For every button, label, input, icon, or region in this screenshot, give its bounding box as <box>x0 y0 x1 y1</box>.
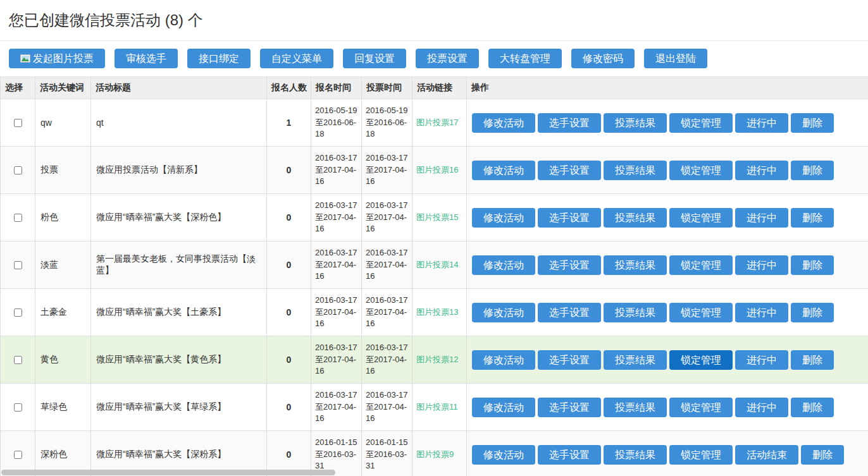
keyword-cell: 淡蓝 <box>35 241 91 289</box>
signup-time-cell: 2016-05-19 至2016-06-18 <box>311 99 362 147</box>
row-checkbox[interactable] <box>14 261 22 269</box>
toolbar-button-8[interactable]: 修改密码 <box>571 49 635 68</box>
status-button[interactable]: 进行中 <box>735 303 788 322</box>
lock-management-button[interactable]: 锁定管理 <box>669 113 733 133</box>
activity-link[interactable]: 图片投票17 <box>416 118 458 127</box>
activity-link[interactable]: 图片投票14 <box>416 260 458 269</box>
player-settings-button[interactable]: 选手设置 <box>538 208 601 228</box>
delete-button[interactable]: 删除 <box>791 255 834 275</box>
activity-link-cell: 图片投票12 <box>412 336 467 384</box>
player-settings-button[interactable]: 选手设置 <box>538 398 601 417</box>
status-button[interactable]: 进行中 <box>735 398 788 417</box>
vote-results-button[interactable]: 投票结果 <box>604 113 667 133</box>
actions-cell: 修改活动选手设置投票结果锁定管理进行中删除 <box>467 147 868 194</box>
vote-results-button[interactable]: 投票结果 <box>604 161 667 180</box>
activity-link[interactable]: 图片投票9 <box>416 449 454 459</box>
status-button[interactable]: 进行中 <box>735 350 788 370</box>
column-header: 活动链接 <box>412 77 467 99</box>
toolbar-button-1[interactable]: 发起图片投票 <box>9 49 105 68</box>
row-checkbox[interactable] <box>14 403 22 412</box>
toolbar-button-5[interactable]: 回复设置 <box>343 49 406 68</box>
edit-activity-button[interactable]: 修改活动 <box>472 303 535 322</box>
player-settings-button[interactable]: 选手设置 <box>538 113 601 133</box>
row-checkbox[interactable] <box>14 308 22 317</box>
player-settings-button[interactable]: 选手设置 <box>538 161 601 180</box>
delete-button[interactable]: 删除 <box>791 398 834 417</box>
row-checkbox[interactable] <box>14 166 22 174</box>
edit-activity-button[interactable]: 修改活动 <box>472 161 535 180</box>
activity-link-cell: 图片投票15 <box>412 194 467 241</box>
vote-results-button[interactable]: 投票结果 <box>604 303 667 322</box>
status-button[interactable]: 活动结束 <box>735 445 798 465</box>
vote-time-cell: 2016-03-17 至2017-04-16 <box>362 289 412 336</box>
edit-activity-button[interactable]: 修改活动 <box>472 398 535 417</box>
lock-management-button[interactable]: 锁定管理 <box>669 161 733 180</box>
toolbar-button-6[interactable]: 投票设置 <box>416 49 479 68</box>
status-button[interactable]: 进行中 <box>735 113 788 133</box>
player-settings-button[interactable]: 选手设置 <box>538 350 601 370</box>
lock-management-button[interactable]: 锁定管理 <box>669 445 733 465</box>
activity-link[interactable]: 图片投票13 <box>416 307 458 317</box>
row-checkbox[interactable] <box>14 451 22 459</box>
status-button[interactable]: 进行中 <box>735 161 788 180</box>
row-checkbox[interactable] <box>14 214 22 222</box>
title-cell: 微应用“晒幸福”赢大奖【黄色系】 <box>91 336 267 384</box>
toolbar-button-2[interactable]: 审核选手 <box>115 49 178 68</box>
title-cell: 微应用投票活动【清新系】 <box>91 147 267 194</box>
keyword-cell: 草绿色 <box>35 384 91 431</box>
lock-management-button[interactable]: 锁定管理 <box>669 398 733 417</box>
vote-results-button[interactable]: 投票结果 <box>604 445 667 465</box>
edit-activity-button[interactable]: 修改活动 <box>472 113 535 133</box>
lock-management-button[interactable]: 锁定管理 <box>669 255 733 275</box>
toolbar-button-label: 退出登陆 <box>655 52 696 64</box>
activity-link[interactable]: 图片投票15 <box>416 212 458 222</box>
edit-activity-button[interactable]: 修改活动 <box>472 208 535 228</box>
status-button[interactable]: 进行中 <box>735 208 788 228</box>
column-header: 活动关键词 <box>35 77 91 99</box>
lock-management-button[interactable]: 锁定管理 <box>669 303 733 322</box>
toolbar-button-7[interactable]: 大转盘管理 <box>488 49 562 68</box>
delete-button[interactable]: 删除 <box>801 445 844 465</box>
vote-results-button[interactable]: 投票结果 <box>604 208 667 228</box>
lock-management-button[interactable]: 锁定管理 <box>669 208 733 228</box>
row-checkbox[interactable] <box>14 356 22 364</box>
keyword-cell: 投票 <box>35 147 91 194</box>
title-cell: 微应用“晒幸福”赢大奖【深粉色】 <box>91 194 267 241</box>
actions-cell: 修改活动选手设置投票结果锁定管理进行中删除 <box>467 241 868 289</box>
title-cell: 微应用“晒幸福”赢大奖【土豪系】 <box>91 289 267 336</box>
activity-link[interactable]: 图片投票11 <box>416 402 458 412</box>
signup-count-cell: 0 <box>267 194 311 241</box>
delete-button[interactable]: 删除 <box>791 113 834 133</box>
delete-button[interactable]: 删除 <box>791 350 834 370</box>
activity-link-cell: 图片投票13 <box>412 289 467 336</box>
keyword-cell: 土豪金 <box>35 289 91 336</box>
toolbar-button-3[interactable]: 接口绑定 <box>187 49 251 68</box>
edit-activity-button[interactable]: 修改活动 <box>472 445 535 465</box>
table-row: qwqt12016-05-19 至2016-06-182016-05-19 至2… <box>1 99 868 147</box>
lock-management-button[interactable]: 锁定管理 <box>669 350 733 370</box>
player-settings-button[interactable]: 选手设置 <box>538 445 601 465</box>
vote-results-button[interactable]: 投票结果 <box>604 398 667 417</box>
vote-time-cell: 2016-01-15 至2016-03-31 <box>362 431 412 476</box>
edit-activity-button[interactable]: 修改活动 <box>472 350 535 370</box>
signup-count-cell: 1 <box>267 99 311 147</box>
vote-results-button[interactable]: 投票结果 <box>604 350 667 370</box>
toolbar-button-4[interactable]: 自定义菜单 <box>260 49 333 68</box>
delete-button[interactable]: 删除 <box>791 161 834 180</box>
vote-time-cell: 2016-03-17 至2017-04-16 <box>362 241 412 289</box>
horizontal-scrollbar[interactable] <box>1 470 335 475</box>
vote-time-cell: 2016-05-19 至2016-06-18 <box>362 99 412 147</box>
column-header: 投票时间 <box>362 77 412 99</box>
delete-button[interactable]: 删除 <box>791 208 834 228</box>
toolbar-button-9[interactable]: 退出登陆 <box>644 49 707 68</box>
player-settings-button[interactable]: 选手设置 <box>538 255 601 275</box>
activity-link[interactable]: 图片投票16 <box>416 165 458 174</box>
edit-activity-button[interactable]: 修改活动 <box>472 255 535 275</box>
status-button[interactable]: 进行中 <box>735 255 788 275</box>
vote-results-button[interactable]: 投票结果 <box>604 255 667 275</box>
activity-link[interactable]: 图片投票12 <box>416 355 458 364</box>
delete-button[interactable]: 删除 <box>791 303 834 322</box>
row-checkbox[interactable] <box>14 119 22 127</box>
player-settings-button[interactable]: 选手设置 <box>538 303 601 322</box>
activity-link-cell: 图片投票9 <box>412 431 467 476</box>
